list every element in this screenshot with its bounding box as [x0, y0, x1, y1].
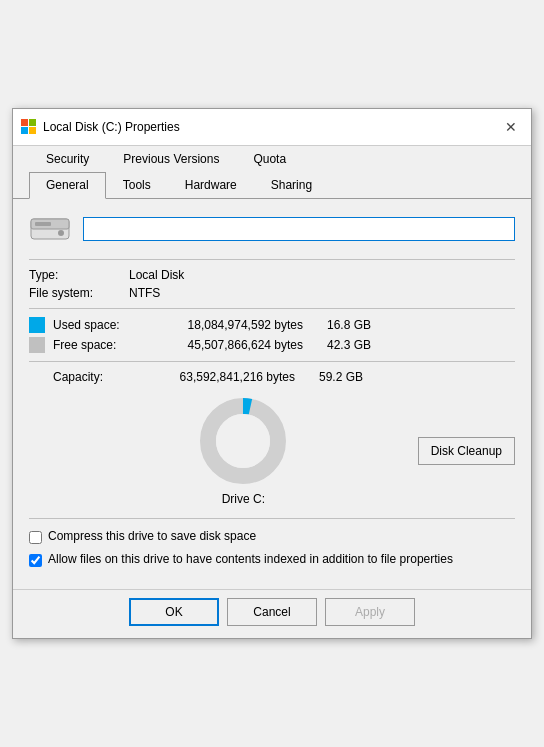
tab-hardware[interactable]: Hardware	[168, 172, 254, 198]
svg-point-6	[58, 230, 64, 236]
used-gb: 16.8 GB	[311, 318, 371, 332]
properties-window: Local Disk (C:) Properties ✕ Security Pr…	[12, 108, 532, 639]
ok-button[interactable]: OK	[129, 598, 219, 626]
svg-rect-7	[35, 222, 51, 226]
checkboxes-section: Compress this drive to save disk space A…	[29, 529, 515, 567]
used-space-row: Used space: 18,084,974,592 bytes 16.8 GB	[29, 317, 515, 333]
chart-center: Drive C:	[198, 396, 288, 506]
disk-cleanup-button[interactable]: Disk Cleanup	[418, 437, 515, 465]
compress-checkbox-row: Compress this drive to save disk space	[29, 529, 515, 544]
filesystem-row: File system: NTFS	[29, 286, 515, 300]
drive-name-input[interactable]	[83, 217, 515, 241]
svg-rect-2	[21, 127, 28, 134]
tab-general[interactable]: General	[29, 172, 106, 199]
free-space-row: Free space: 45,507,866,624 bytes 42.3 GB	[29, 337, 515, 353]
space-section: Used space: 18,084,974,592 bytes 16.8 GB…	[29, 317, 515, 353]
filesystem-label: File system:	[29, 286, 129, 300]
type-row: Type: Local Disk	[29, 268, 515, 282]
capacity-bytes: 63,592,841,216 bytes	[135, 370, 295, 384]
button-bar: OK Cancel Apply	[13, 589, 531, 638]
cancel-button[interactable]: Cancel	[227, 598, 317, 626]
disk-icon	[21, 119, 37, 135]
free-color-box	[29, 337, 45, 353]
divider-3	[29, 361, 515, 362]
divider-2	[29, 308, 515, 309]
free-bytes: 45,507,866,624 bytes	[143, 338, 303, 352]
drive-icon-area	[29, 211, 71, 247]
window-title: Local Disk (C:) Properties	[43, 120, 180, 134]
close-button[interactable]: ✕	[499, 115, 523, 139]
index-checkbox-row: Allow files on this drive to have conten…	[29, 552, 515, 567]
svg-rect-3	[29, 127, 36, 134]
content-area: Type: Local Disk File system: NTFS Used …	[13, 199, 531, 589]
donut-chart	[198, 396, 288, 486]
used-bytes: 18,084,974,592 bytes	[143, 318, 303, 332]
svg-rect-0	[21, 119, 28, 126]
drive-header	[29, 211, 515, 247]
capacity-row: Capacity: 63,592,841,216 bytes 59.2 GB	[29, 370, 515, 384]
tab-previous-versions[interactable]: Previous Versions	[106, 146, 236, 172]
used-label: Used space:	[53, 318, 143, 332]
svg-point-10	[216, 414, 270, 468]
hard-drive-icon	[29, 211, 71, 247]
compress-checkbox[interactable]	[29, 531, 42, 544]
used-color-box	[29, 317, 45, 333]
divider-1	[29, 259, 515, 260]
filesystem-value: NTFS	[129, 286, 160, 300]
capacity-label: Capacity:	[53, 370, 135, 384]
compress-label: Compress this drive to save disk space	[48, 529, 256, 543]
tab-security[interactable]: Security	[29, 146, 106, 172]
index-label: Allow files on this drive to have conten…	[48, 552, 453, 566]
free-label: Free space:	[53, 338, 143, 352]
svg-rect-1	[29, 119, 36, 126]
tab-sharing[interactable]: Sharing	[254, 172, 329, 198]
divider-4	[29, 518, 515, 519]
capacity-gb: 59.2 GB	[303, 370, 363, 384]
tab-quota[interactable]: Quota	[236, 146, 303, 172]
free-gb: 42.3 GB	[311, 338, 371, 352]
apply-button[interactable]: Apply	[325, 598, 415, 626]
tab-tools[interactable]: Tools	[106, 172, 168, 198]
index-checkbox[interactable]	[29, 554, 42, 567]
title-bar: Local Disk (C:) Properties ✕	[13, 109, 531, 146]
title-bar-left: Local Disk (C:) Properties	[21, 119, 180, 135]
type-value: Local Disk	[129, 268, 184, 282]
drive-label: Drive C:	[222, 492, 265, 506]
type-label: Type:	[29, 268, 129, 282]
chart-area: Drive C: Disk Cleanup	[29, 392, 515, 510]
tabs-bottom-row: General Tools Hardware Sharing	[13, 172, 531, 199]
tabs-top-row: Security Previous Versions Quota	[13, 146, 531, 172]
